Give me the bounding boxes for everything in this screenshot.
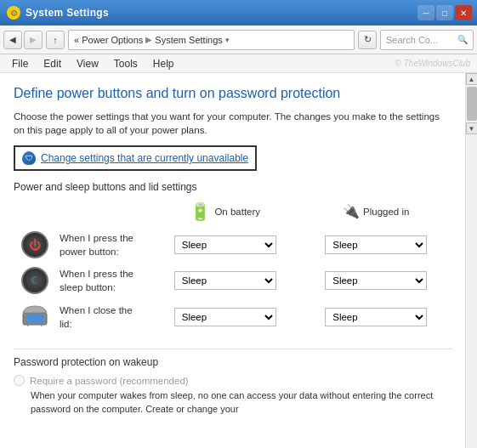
maximize-button[interactable]: □ — [436, 5, 453, 20]
title-bar-left: ⚙ System Settings — [7, 6, 109, 20]
sleep-label-cell: When I press thesleep button: — [56, 263, 150, 298]
page-heading: Define power buttons and turn on passwor… — [14, 85, 451, 103]
password-section-title: Password protection on wakeup — [14, 356, 451, 368]
menu-help[interactable]: Help — [146, 56, 181, 71]
power-button-label: When I press thepower button: — [60, 233, 133, 257]
power-button-row: ⏻ When I press thepower button: Sleep Do… — [14, 227, 451, 263]
require-password-row: Require a password (recommended) — [14, 375, 451, 386]
require-password-radio[interactable] — [14, 375, 25, 386]
section-divider — [14, 349, 451, 349]
change-settings-link[interactable]: Change settings that are currently unava… — [41, 152, 248, 164]
sleep-button-label: When I press thesleep button: — [60, 269, 133, 292]
title-bar: ⚙ System Settings ─ □ ✕ — [0, 0, 477, 26]
menu-edit[interactable]: Edit — [37, 56, 68, 71]
scrollbar-thumb[interactable] — [467, 87, 477, 121]
sleep-button-row: ☾ When I press thesleep button: Sleep Do… — [14, 263, 451, 298]
power-sleep-section-title: Power and sleep buttons and lid settings — [14, 181, 451, 193]
sleep-button-icon: ☾ — [21, 267, 48, 294]
lid-battery-select[interactable]: Sleep Do nothing Hibernate Shut down Tur… — [174, 308, 276, 326]
lid-close-icon — [21, 303, 48, 330]
watermark-text: © TheWindowsClub — [395, 59, 470, 68]
window-title: System Settings — [26, 7, 109, 19]
battery-header: 🔋 On battery — [150, 201, 301, 227]
power-plugged-cell: Sleep Do nothing Hibernate Shut down Tur… — [301, 227, 452, 263]
search-placeholder-text: Search Co... — [386, 35, 438, 45]
settings-table: 🔋 On battery 🔌 Plugged in — [14, 201, 451, 335]
menu-file[interactable]: File — [5, 56, 35, 71]
sleep-plugged-select[interactable]: Sleep Do nothing Hibernate Shut down Tur… — [325, 271, 427, 290]
scrollbar: ▲ ▼ — [465, 73, 477, 448]
shield-icon: 🛡 — [22, 151, 36, 165]
menu-bar: File Edit View Tools Help © TheWindowsCl… — [0, 54, 477, 73]
sleep-icon-cell: ☾ — [14, 263, 56, 298]
main-content: Define power buttons and turn on passwor… — [0, 73, 477, 448]
scrollbar-down-button[interactable]: ▼ — [466, 122, 478, 134]
sleep-plugged-cell: Sleep Do nothing Hibernate Shut down Tur… — [301, 263, 452, 298]
minimize-button[interactable]: ─ — [417, 5, 434, 20]
up-button[interactable]: ↑ — [46, 31, 65, 49]
lid-plugged-cell: Sleep Do nothing Hibernate Shut down Tur… — [301, 298, 452, 335]
back-button[interactable]: ◀ — [3, 31, 22, 49]
lid-battery-cell: Sleep Do nothing Hibernate Shut down Tur… — [150, 298, 301, 335]
content-area: Define power buttons and turn on passwor… — [0, 73, 465, 448]
battery-icon: 🔋 — [190, 201, 211, 222]
menu-tools[interactable]: Tools — [107, 56, 145, 71]
power-battery-cell: Sleep Do nothing Hibernate Shut down Tur… — [150, 227, 301, 263]
search-icon: 🔍 — [457, 35, 468, 44]
lid-icon-cell — [14, 298, 56, 335]
lid-plugged-select[interactable]: Sleep Do nothing Hibernate Shut down Tur… — [325, 308, 427, 326]
svg-rect-1 — [26, 315, 43, 323]
breadcrumb-current[interactable]: System Settings — [155, 35, 222, 45]
require-password-label: Require a password (recommended) — [30, 376, 189, 386]
plugged-header: 🔌 Plugged in — [301, 201, 452, 227]
breadcrumb-root[interactable]: « Power Options — [74, 35, 143, 45]
app-icon: ⚙ — [7, 6, 20, 20]
power-label-cell: When I press thepower button: — [56, 227, 150, 263]
password-description: When your computer wakes from sleep, no … — [31, 389, 451, 416]
lid-row: When I close the lid: Sleep Do nothing H… — [14, 298, 451, 335]
lid-label-cell: When I close the lid: — [56, 298, 150, 335]
nav-bar: ◀ ▶ ↑ « Power Options ▶ System Settings … — [0, 26, 477, 54]
power-plugged-select[interactable]: Sleep Do nothing Hibernate Shut down Tur… — [325, 235, 427, 254]
power-button-icon: ⏻ — [21, 231, 48, 258]
title-bar-controls: ─ □ ✕ — [417, 5, 472, 20]
power-icon-cell: ⏻ — [14, 227, 56, 263]
forward-button[interactable]: ▶ — [24, 31, 43, 49]
plug-icon: 🔌 — [343, 203, 360, 219]
nav-arrows: ◀ ▶ — [3, 31, 43, 49]
breadcrumb-arrow: ▶ — [145, 35, 152, 44]
address-bar: « Power Options ▶ System Settings ▾ — [68, 30, 355, 50]
breadcrumb-dropdown[interactable]: ▾ — [225, 36, 230, 44]
close-button[interactable]: ✕ — [455, 5, 472, 20]
scrollbar-up-button[interactable]: ▲ — [466, 73, 478, 85]
page-description: Choose the power settings that you want … — [14, 110, 451, 137]
sleep-battery-select[interactable]: Sleep Do nothing Hibernate Shut down Tur… — [174, 271, 276, 290]
power-battery-select[interactable]: Sleep Do nothing Hibernate Shut down Tur… — [174, 235, 276, 254]
refresh-button[interactable]: ↻ — [358, 31, 377, 49]
search-box: Search Co... 🔍 — [380, 30, 474, 50]
sleep-battery-cell: Sleep Do nothing Hibernate Shut down Tur… — [150, 263, 301, 298]
change-settings-box[interactable]: 🛡 Change settings that are currently una… — [14, 145, 257, 171]
breadcrumb: « Power Options ▶ System Settings ▾ — [74, 35, 349, 45]
lid-label: When I close the lid: — [60, 305, 133, 329]
menu-view[interactable]: View — [70, 56, 105, 71]
